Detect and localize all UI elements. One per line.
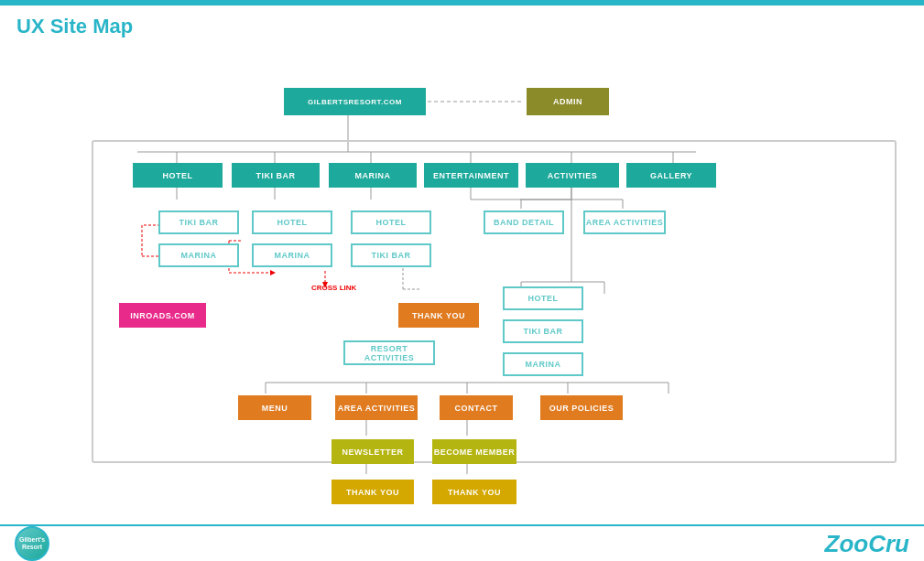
tikibar-sub3-box[interactable]: TIKI BAR [503,319,583,343]
zoocru-brand: ZooCru [825,530,909,558]
logo-circle: Gilbert's Resort [15,526,49,561]
bottom-bar: Gilbert's Resort ZooCru [0,524,924,561]
marina-sub2-box[interactable]: MARINA [252,243,332,267]
logo-text: Gilbert's Resort [19,536,45,550]
band-detail-box[interactable]: BAND DETAIL [484,210,564,234]
marina-nav-box[interactable]: MARINA [329,163,417,188]
page-title: UX Site Map [16,15,133,38]
tikibar-nav-box[interactable]: TIKI BAR [232,163,320,188]
hotel-sub3-box[interactable]: HOTEL [503,286,583,310]
admin-box: ADMIN [527,88,609,115]
marina-sub-box[interactable]: MARINA [158,243,239,267]
thankyou1-box[interactable]: THANK YOU [398,303,479,328]
area-activities-box[interactable]: AREA ACTIVITIES [583,210,666,234]
become-member-box[interactable]: BECOME MEMBER [432,439,516,464]
logo-area: Gilbert's Resort [15,526,49,561]
cross-link-label: CROSS LINK [311,284,356,292]
thankyou2-box[interactable]: THANK YOU [332,480,414,504]
gilbertsresort-box: GILBERTSRESORT.COM [284,88,426,115]
tikibar-sub2-box[interactable]: TIKI BAR [351,243,431,267]
resort-activities-box[interactable]: RESORT ACTIVITIES [343,340,435,365]
gallery-nav-box[interactable]: GALLERY [626,163,716,188]
main-content: GILBERTSRESORT.COM ADMIN HOTEL TIKI BAR … [0,44,924,513]
newsletter-box[interactable]: NEWSLETTER [332,439,414,464]
contact-box[interactable]: CONTACT [440,395,513,420]
tikibar-sub-box[interactable]: TIKI BAR [158,210,239,234]
activities-nav-box[interactable]: ACTIVITIES [526,163,619,188]
header: UX Site Map [0,5,924,44]
entertainment-nav-box[interactable]: ENTERTAINMENT [424,163,518,188]
inroads-box[interactable]: INROADS.COM [119,303,206,328]
sitemap: GILBERTSRESORT.COM ADMIN HOTEL TIKI BAR … [0,44,924,513]
hotel-sub-box[interactable]: HOTEL [252,210,332,234]
marina-sub3-box[interactable]: MARINA [503,352,583,376]
our-policies-box[interactable]: OUR POLICIES [540,395,623,420]
menu-box[interactable]: MENU [238,395,311,420]
area-activities2-box[interactable]: AREA ACTIVITIES [335,395,418,420]
hotel-sub2-box[interactable]: HOTEL [351,210,431,234]
hotel-nav-box[interactable]: HOTEL [133,163,223,188]
thankyou3-box[interactable]: THANK YOU [432,480,516,504]
